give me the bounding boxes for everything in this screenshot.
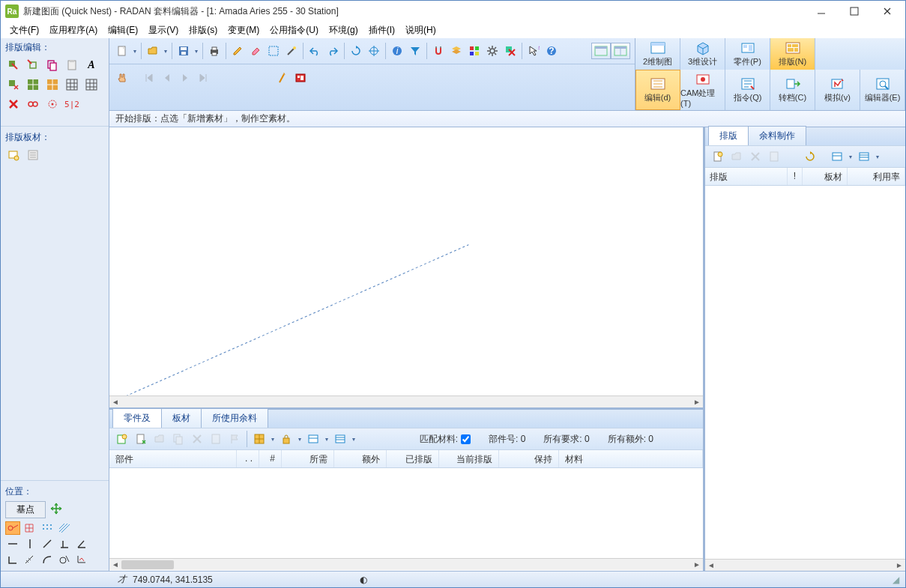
delete-icon[interactable]	[5, 96, 22, 112]
target-icon[interactable]	[44, 96, 61, 112]
grid-green-icon[interactable]	[25, 76, 41, 93]
bp-add-icon[interactable]	[114, 431, 130, 447]
help-icon[interactable]: ?	[543, 43, 560, 59]
menu-public[interactable]: 公用指令(U)	[267, 22, 321, 38]
grid-orange-icon[interactable]	[44, 76, 61, 93]
tool-btn-2[interactable]	[25, 57, 41, 73]
eraser-icon[interactable]	[247, 43, 264, 59]
scroll-left-icon[interactable]: ◄	[109, 396, 121, 407]
mode-parts[interactable]: 零件(P)	[725, 38, 770, 70]
move-icon[interactable]	[50, 503, 62, 517]
canvas-h-scrollbar[interactable]: ◄ ►	[109, 395, 703, 407]
rp-delete-icon[interactable]	[747, 148, 764, 165]
grid-icon-a[interactable]	[64, 76, 80, 93]
snap-vert-icon[interactable]	[22, 537, 37, 551]
mode-2d-draft[interactable]: 2维制图	[635, 38, 680, 70]
bp-copy-icon[interactable]	[170, 431, 187, 447]
select-icon[interactable]	[265, 43, 282, 59]
bottom-tab-remnant[interactable]: 所使用余料	[201, 408, 268, 428]
open-folder-icon[interactable]	[145, 43, 161, 59]
scrollbar-thumb[interactable]	[121, 560, 174, 569]
scroll-right-icon[interactable]: ►	[691, 396, 703, 407]
col-current[interactable]: 当前排版	[439, 450, 499, 467]
save-icon[interactable]	[175, 43, 192, 59]
minimize-button[interactable]	[805, 1, 838, 21]
view-single-button[interactable]	[591, 43, 611, 59]
col-extra[interactable]: 额外	[334, 450, 387, 467]
info-icon[interactable]: i	[389, 43, 405, 59]
bp-flag-icon[interactable]	[226, 431, 243, 447]
col-mat[interactable]: 材料	[559, 450, 703, 467]
snap-tangent-icon[interactable]	[57, 553, 72, 566]
rp-refresh-icon[interactable]	[802, 148, 818, 165]
menu-help[interactable]: 说明(H)	[402, 22, 439, 38]
mode-3d-design[interactable]: 3维设计	[680, 38, 725, 70]
auto-nest-icon[interactable]	[274, 70, 291, 86]
sub-sim[interactable]: 模拟(v)	[815, 70, 860, 110]
print-icon[interactable]	[206, 43, 223, 59]
snap-grid-icon[interactable]	[22, 521, 37, 535]
sub-order[interactable]: 指令(Q)	[725, 70, 770, 110]
wand-icon[interactable]	[283, 43, 300, 59]
snap-dots-icon[interactable]	[40, 521, 55, 535]
snap-arc-icon[interactable]	[40, 553, 55, 566]
cancel-tool-icon[interactable]	[502, 43, 519, 59]
right-tab-nest[interactable]: 排版	[708, 126, 749, 145]
first-icon[interactable]	[141, 70, 157, 86]
bp-lock-icon[interactable]	[278, 431, 295, 447]
refresh-icon[interactable]	[348, 43, 364, 59]
pencil-icon[interactable]	[229, 43, 246, 59]
menu-app[interactable]: 应用程序(A)	[46, 22, 100, 38]
bp-grid-icon[interactable]	[251, 431, 268, 447]
snap-horiz-icon[interactable]	[5, 537, 20, 551]
tool-btn-6[interactable]	[5, 76, 22, 93]
menu-env[interactable]: 环境(g)	[326, 22, 361, 38]
tool-btn-1[interactable]	[5, 57, 22, 73]
link-icon[interactable]	[25, 96, 41, 112]
bp-lock-dropdown[interactable]: ▾	[297, 436, 303, 443]
col-need[interactable]: 所需	[282, 450, 334, 467]
menu-edit[interactable]: 编辑(E)	[105, 22, 141, 38]
open-dropdown[interactable]: ▾	[163, 48, 169, 55]
bp-new-icon[interactable]	[133, 431, 149, 447]
rp-list-icon[interactable]	[856, 148, 872, 165]
snap-hatch-icon[interactable]	[57, 521, 72, 535]
nest-scroll-left-icon[interactable]: ◄	[705, 560, 717, 571]
menu-change[interactable]: 变更(M)	[225, 22, 262, 38]
next-icon[interactable]	[177, 70, 193, 86]
bp-table-dropdown[interactable]: ▾	[324, 436, 330, 443]
prev-icon[interactable]	[159, 70, 175, 86]
match-material-checkbox[interactable]: 匹配材料:	[420, 433, 471, 446]
rp-table-dropdown[interactable]: ▾	[848, 154, 854, 160]
right-tab-remnant[interactable]: 余料制作	[748, 126, 806, 145]
filter-icon[interactable]	[407, 43, 423, 59]
gear-icon[interactable]	[484, 43, 501, 59]
nest-scroll-right-icon[interactable]: ►	[893, 560, 905, 571]
bp-list-icon[interactable]	[332, 431, 348, 447]
new-sheet-icon[interactable]	[5, 147, 22, 163]
clipboard-icon[interactable]	[64, 57, 80, 73]
redo-icon[interactable]	[324, 43, 341, 59]
col-keep[interactable]: 保持	[499, 450, 559, 467]
palette-icon[interactable]	[466, 43, 483, 59]
new-file-icon[interactable]	[114, 43, 130, 59]
menu-plugin[interactable]: 插件(I)	[366, 22, 398, 38]
save-dropdown[interactable]: ▾	[193, 48, 199, 55]
rcol-sheet[interactable]: 板材	[803, 168, 848, 185]
bp-list-dropdown[interactable]: ▾	[351, 436, 357, 443]
bp-table-icon[interactable]	[305, 431, 321, 447]
rcol-nest[interactable]: 排版	[705, 168, 788, 185]
menu-file[interactable]: 文件(F)	[7, 22, 42, 38]
view-split-button[interactable]	[611, 43, 630, 59]
sub-export[interactable]: 转档(C)	[770, 70, 815, 110]
magnet-icon[interactable]	[430, 43, 447, 59]
parts-scroll-left-icon[interactable]: ◄	[109, 559, 121, 570]
copy-icon[interactable]	[44, 57, 61, 73]
snap-xy-icon[interactable]	[74, 553, 89, 566]
parts-scroll-right-icon[interactable]: ►	[691, 559, 703, 570]
menu-view[interactable]: 显示(V)	[145, 22, 181, 38]
col-nested[interactable]: 已排版	[387, 450, 439, 467]
bottom-tab-parts[interactable]: 零件及	[112, 408, 162, 428]
sub-cam[interactable]: CAM处理(T)	[680, 70, 725, 110]
sheet-props-icon[interactable]	[25, 147, 41, 163]
